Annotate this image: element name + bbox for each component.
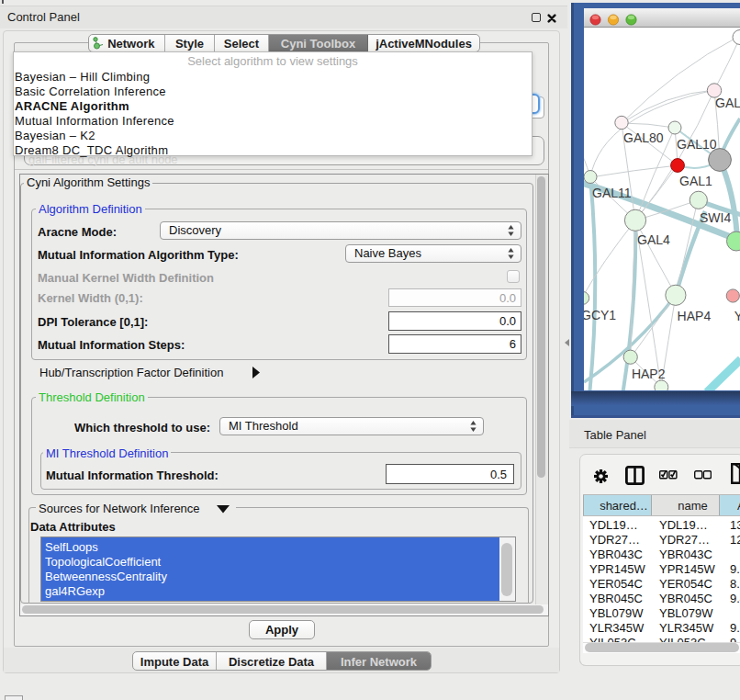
svg-text:GCY1: GCY1 [584,308,616,322]
svg-text:GAL7: GAL7 [715,96,740,110]
svg-text:SWI4: SWI4 [700,210,731,225]
svg-text:GAL10: GAL10 [677,137,717,152]
svg-text:GAL80: GAL80 [623,130,664,145]
svg-text:GAL4: GAL4 [637,232,670,247]
svg-text:Y: Y [734,309,740,323]
svg-text:GAL11: GAL11 [592,186,632,200]
svg-text:HAP4: HAP4 [678,309,712,323]
svg-text:HAP2: HAP2 [632,367,666,381]
svg-text:GAL1: GAL1 [679,174,712,188]
